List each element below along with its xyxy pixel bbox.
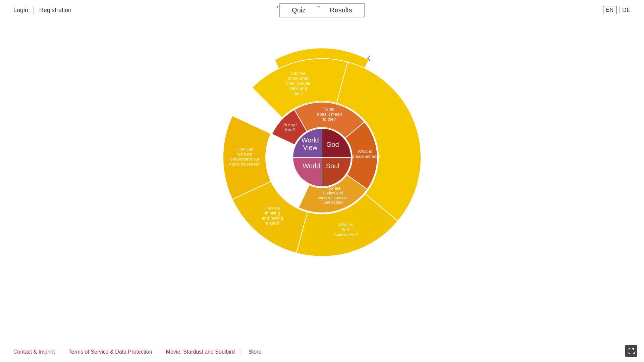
- svg-text:God: God: [326, 141, 339, 148]
- chart-container: ‹ Can weknow whatother peoplethin: [208, 23, 436, 258]
- svg-text:free?: free?: [285, 127, 295, 132]
- svg-text:Soul: Soul: [326, 162, 339, 170]
- terms-link[interactable]: Terms of Service & Data Protection: [62, 349, 159, 355]
- svg-text:Awareness?: Awareness?: [334, 232, 358, 237]
- results-tab[interactable]: Results: [318, 4, 364, 17]
- center-label: WorldView: [302, 136, 319, 151]
- svg-text:How can: How can: [236, 146, 254, 152]
- bracket-right-icon: ¬: [317, 2, 321, 10]
- quiz-tab[interactable]: ⌐ Quiz ¬: [280, 4, 318, 17]
- header-left: Login Registration: [13, 6, 77, 14]
- svg-text:How are: How are: [326, 186, 341, 191]
- lang-divider: [619, 7, 620, 13]
- inner-orange-label: Are wefree?: [283, 122, 297, 132]
- svg-text:Are we: Are we: [283, 122, 297, 127]
- header-nav: ⌐ Quiz ¬ Results: [279, 3, 365, 17]
- contact-link[interactable]: Contact & Imprint: [13, 349, 62, 355]
- svg-text:consciousnesses: consciousnesses: [318, 195, 348, 200]
- svg-text:consciousness?: consciousness?: [229, 162, 261, 167]
- center-label: World: [303, 162, 320, 170]
- svg-text:View: View: [303, 144, 318, 151]
- wheel-chart[interactable]: ‹ Can weknow whatother peoplethin: [208, 23, 436, 268]
- registration-link[interactable]: Registration: [34, 7, 77, 14]
- svg-text:other people: other people: [286, 81, 310, 86]
- header-right: EN DE: [603, 6, 631, 14]
- svg-text:think and: think and: [289, 86, 307, 91]
- svg-text:and feeling: and feeling: [262, 216, 283, 221]
- svg-text:to die?: to die?: [323, 117, 336, 122]
- svg-text:understand our: understand our: [230, 157, 260, 162]
- svg-text:thinking: thinking: [265, 210, 280, 216]
- svg-text:feel?: feel?: [293, 91, 303, 96]
- svg-text:World: World: [302, 136, 319, 144]
- svg-text:does it mean: does it mean: [317, 112, 342, 117]
- login-link[interactable]: Login: [13, 7, 34, 14]
- center-label: God: [326, 141, 339, 148]
- fullscreen-button[interactable]: [625, 345, 637, 357]
- bracket-left-icon: ⌐: [277, 2, 281, 10]
- svg-text:What: What: [324, 107, 335, 112]
- svg-text:know what: know what: [288, 76, 309, 81]
- svg-text:World: World: [303, 162, 320, 170]
- svg-text:Can we: Can we: [291, 71, 306, 76]
- svg-text:What is: What is: [338, 222, 353, 227]
- svg-text:related?: related?: [265, 221, 280, 226]
- movie-link[interactable]: Movie: Stardust and Soulbird: [159, 349, 241, 355]
- store-link[interactable]: Store: [242, 349, 268, 355]
- svg-text:bodies and: bodies and: [323, 191, 343, 195]
- lang-en[interactable]: EN: [603, 6, 616, 14]
- lang-de[interactable]: DE: [622, 7, 631, 14]
- outer-segment-label: How arethinkingand feelingrelated?: [262, 205, 283, 226]
- footer: Contact & Imprint Terms of Service & Dat…: [0, 342, 644, 362]
- svg-text:How are: How are: [264, 205, 280, 210]
- svg-text:connected?: connected?: [323, 200, 343, 205]
- svg-text:Self-: Self-: [341, 227, 351, 232]
- center-label: Soul: [326, 162, 339, 170]
- svg-text:What is: What is: [358, 149, 372, 154]
- header: Login Registration ⌐ Quiz ¬ Results EN D…: [0, 0, 644, 20]
- fullscreen-icon: [628, 348, 635, 354]
- svg-text:Consciousness?: Consciousness?: [349, 154, 381, 159]
- quiz-label: Quiz: [292, 6, 306, 14]
- back-arrow[interactable]: ‹: [367, 50, 371, 65]
- svg-text:we best: we best: [237, 152, 253, 157]
